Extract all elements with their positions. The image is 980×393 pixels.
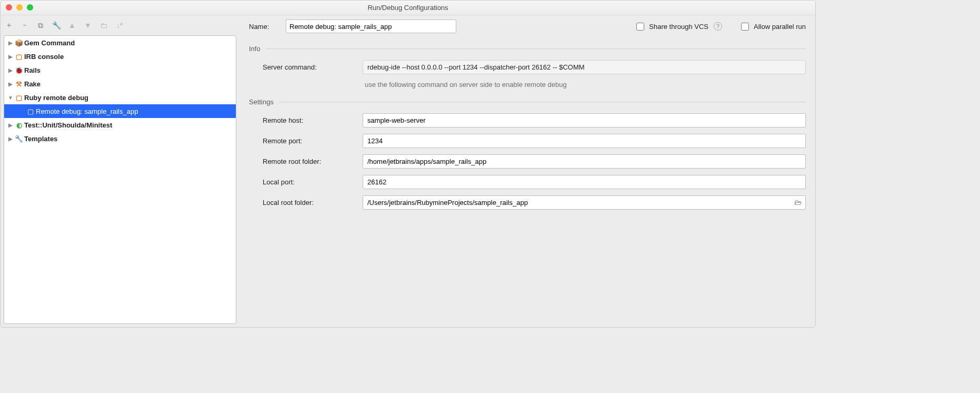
share-vcs-checkbox[interactable]: Share through VCS ? [634, 21, 722, 32]
name-input[interactable] [286, 19, 456, 33]
allow-parallel-input[interactable] [741, 23, 749, 31]
tree-item-label: Test::Unit/Shoulda/Minitest [24, 121, 112, 129]
chevron-right-icon[interactable]: ▶ [7, 54, 14, 60]
config-type-icon: ◐ [14, 121, 24, 129]
close-icon[interactable] [6, 4, 12, 11]
chevron-right-icon[interactable]: ▶ [7, 81, 14, 87]
zoom-icon[interactable] [27, 4, 33, 11]
window-controls [6, 4, 33, 11]
chevron-right-icon[interactable]: ▶ [7, 40, 14, 46]
tree-item[interactable]: ▼▢Ruby remote debug [4, 91, 236, 104]
tree-item-label: Rake [24, 80, 41, 88]
tree-item-label: IRB console [24, 53, 64, 61]
allow-parallel-label: Allow parallel run [754, 23, 806, 31]
tree-item-label: Rails [24, 66, 41, 74]
edit-defaults-icon[interactable]: 🔧 [52, 21, 61, 30]
tree-item-label: Remote debug: sample_rails_app [36, 107, 138, 115]
remote-port-label: Remote port: [263, 137, 363, 145]
tree-item[interactable]: ▶◐Test::Unit/Shoulda/Minitest [4, 118, 236, 132]
left-panel: ＋ － ⧉ 🔧 ▲ ▼ 🗀 ↓ª ▶📦Gem Command▶▢IRB cons… [1, 15, 239, 327]
browse-folder-icon[interactable]: 🗁 [794, 198, 802, 207]
settings-heading: Settings [249, 98, 274, 106]
server-command-label: Server command: [263, 63, 363, 71]
local-port-input[interactable] [363, 175, 806, 189]
local-port-label: Local port: [263, 178, 363, 186]
config-icon: ▢ [25, 107, 36, 115]
tree-item[interactable]: ▶⚒Rake [4, 77, 236, 91]
chevron-down-icon[interactable]: ▼ [7, 95, 14, 101]
window-titlebar: Run/Debug Configurations [1, 1, 815, 15]
folder-icon: 🗀 [99, 21, 108, 30]
configurations-tree[interactable]: ▶📦Gem Command▶▢IRB console▶🐞Rails▶⚒Rake▼… [4, 35, 236, 324]
tree-item[interactable]: ▶🐞Rails [4, 63, 236, 77]
move-down-icon: ▼ [84, 21, 92, 30]
chevron-right-icon[interactable]: ▶ [7, 136, 14, 142]
tree-item-label: Ruby remote debug [24, 94, 88, 102]
server-command-hint: use the following command on server side… [249, 81, 806, 89]
tree-item-label: Gem Command [24, 39, 75, 47]
remote-root-input[interactable] [363, 154, 806, 169]
tree-item[interactable]: ▶▢IRB console [4, 50, 236, 63]
remove-icon[interactable]: － [21, 21, 29, 30]
chevron-right-icon[interactable]: ▶ [7, 122, 14, 128]
help-icon[interactable]: ? [714, 22, 722, 31]
share-vcs-input[interactable] [636, 23, 644, 31]
tree-item[interactable]: ▢Remote debug: sample_rails_app [4, 104, 236, 118]
config-type-icon: ▢ [14, 53, 24, 61]
window-title: Run/Debug Configurations [367, 4, 448, 12]
copy-icon[interactable]: ⧉ [36, 21, 45, 30]
tree-item[interactable]: ▶🔧Templates [4, 132, 236, 145]
tree-item[interactable]: ▶📦Gem Command [4, 36, 236, 50]
share-vcs-label: Share through VCS [649, 23, 708, 31]
allow-parallel-checkbox[interactable]: Allow parallel run [739, 21, 806, 32]
add-icon[interactable]: ＋ [5, 21, 13, 30]
config-type-icon: 📦 [14, 39, 24, 47]
run-debug-dialog: Run/Debug Configurations ＋ － ⧉ 🔧 ▲ ▼ 🗀 ↓… [0, 0, 816, 328]
remote-root-label: Remote root folder: [263, 158, 363, 165]
config-editor: Name: Share through VCS ? Allow parallel… [239, 15, 815, 327]
minimize-icon[interactable] [16, 4, 23, 11]
info-heading: Info [249, 45, 261, 53]
sort-icon: ↓ª [115, 21, 124, 30]
local-root-input[interactable] [363, 195, 806, 210]
local-root-label: Local root folder: [263, 199, 363, 207]
config-type-icon: ⚒ [14, 80, 24, 88]
config-toolbar: ＋ － ⧉ 🔧 ▲ ▼ 🗀 ↓ª [1, 15, 239, 35]
config-type-icon: 🐞 [14, 66, 24, 74]
remote-host-label: Remote host: [263, 116, 363, 124]
move-up-icon: ▲ [68, 21, 76, 30]
name-label: Name: [249, 23, 278, 31]
server-command-value: rdebug-ide --host 0.0.0.0 --port 1234 --… [363, 60, 806, 74]
chevron-right-icon[interactable]: ▶ [7, 67, 14, 73]
config-type-icon: ▢ [14, 94, 24, 102]
remote-host-input[interactable] [363, 113, 806, 127]
tree-item-label: Templates [24, 135, 57, 143]
remote-port-input[interactable] [363, 134, 806, 148]
config-type-icon: 🔧 [14, 135, 24, 143]
